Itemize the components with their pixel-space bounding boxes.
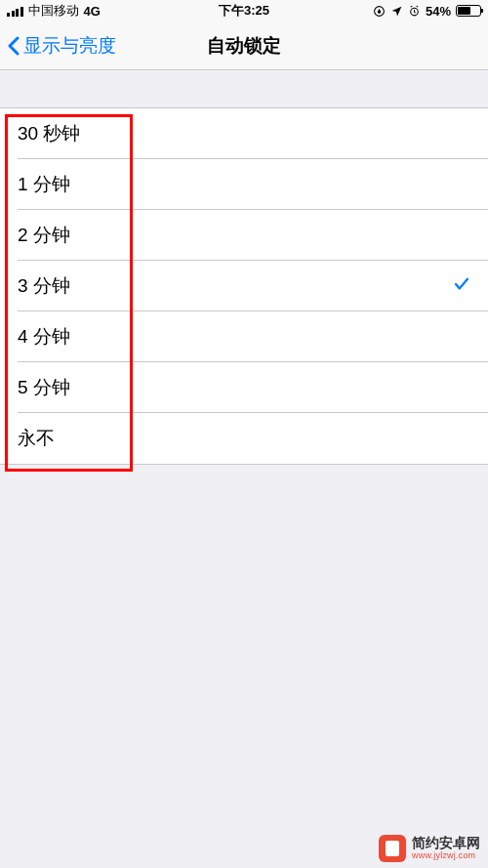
svg-rect-1 [378, 10, 380, 12]
orientation-lock-icon [373, 5, 386, 18]
auto-lock-options: 30 秒钟 1 分钟 2 分钟 3 分钟 4 分钟 5 分钟 永不 [0, 107, 488, 465]
option-2min[interactable]: 2 分钟 [0, 210, 488, 261]
location-icon [390, 5, 403, 18]
alarm-icon [408, 5, 421, 18]
watermark-badge-icon [379, 835, 406, 862]
network-label: 4G [84, 4, 101, 19]
back-label: 显示与亮度 [23, 33, 116, 59]
option-1min[interactable]: 1 分钟 [0, 159, 488, 210]
option-3min[interactable]: 3 分钟 [0, 261, 488, 311]
status-time: 下午3:25 [219, 2, 269, 20]
option-label: 2 分钟 [18, 223, 70, 248]
option-5min[interactable]: 5 分钟 [0, 362, 488, 413]
carrier-label: 中国移动 [28, 2, 79, 20]
nav-bar: 显示与亮度 自动锁定 [0, 21, 488, 70]
status-bar: 中国移动 4G 下午3:25 54% [0, 0, 488, 21]
watermark-text: 简约安卓网 www.jylzwj.com [412, 836, 480, 860]
option-label: 4 分钟 [18, 324, 70, 350]
status-right: 54% [373, 4, 481, 19]
option-label: 1 分钟 [18, 172, 70, 197]
battery-percent: 54% [426, 4, 451, 19]
option-never[interactable]: 永不 [0, 413, 488, 464]
page-title: 自动锁定 [207, 33, 281, 59]
checkmark-icon [453, 275, 470, 298]
option-label: 3 分钟 [18, 273, 70, 299]
battery-icon [456, 5, 481, 17]
watermark: 简约安卓网 www.jylzwj.com [379, 835, 480, 862]
option-4min[interactable]: 4 分钟 [0, 311, 488, 362]
signal-bars-icon [7, 6, 23, 17]
option-label: 30 秒钟 [18, 121, 80, 146]
chevron-left-icon [8, 36, 20, 56]
watermark-title: 简约安卓网 [412, 836, 480, 850]
option-30s[interactable]: 30 秒钟 [0, 108, 488, 159]
option-label: 5 分钟 [18, 375, 70, 400]
status-left: 中国移动 4G [7, 2, 101, 20]
option-label: 永不 [18, 426, 55, 451]
watermark-url: www.jylzwj.com [412, 851, 480, 861]
back-button[interactable]: 显示与亮度 [8, 33, 116, 59]
